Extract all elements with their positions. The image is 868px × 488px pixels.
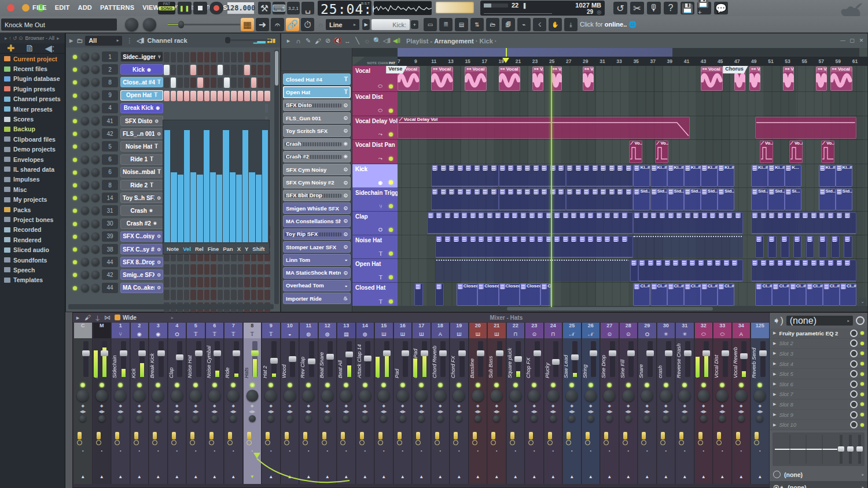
pattern-clip-small[interactable] <box>819 236 827 258</box>
step-button[interactable] <box>171 264 176 275</box>
velocity-bar[interactable] <box>164 130 170 242</box>
strip-stereo-arrows[interactable]: ◆ <box>638 404 656 408</box>
fx-input-selector[interactable]: (none)▸ <box>786 316 853 326</box>
strip-stereo-knob[interactable] <box>211 415 218 422</box>
strip-enable-led[interactable] <box>757 383 762 387</box>
play-target-icon[interactable]: ▶ <box>362 19 370 30</box>
graph-tab-note[interactable]: Note <box>167 246 179 252</box>
automation-clip-small[interactable]: ⟋ Vo..n <box>655 141 668 163</box>
step-button[interactable] <box>258 91 263 101</box>
pl-slice-icon[interactable]: ╲ <box>352 37 362 45</box>
slot-mix-knob[interactable] <box>850 370 858 378</box>
step-button[interactable] <box>197 264 203 275</box>
strip-fader[interactable] <box>478 341 483 377</box>
graph-tab-x[interactable]: X <box>237 246 241 252</box>
strip-sep-slider[interactable]: ◀▶ <box>638 409 656 414</box>
pattern-block[interactable] <box>431 165 498 187</box>
velocity-bar[interactable] <box>242 130 248 242</box>
track-lane-clap[interactable] <box>398 212 867 235</box>
channel-volume-knob[interactable] <box>91 130 100 138</box>
timeline-tick[interactable]: 23 <box>532 58 538 64</box>
channel-volume-knob[interactable] <box>91 65 100 73</box>
strip-sep-slider[interactable]: ◀▶ <box>695 409 713 414</box>
step-button[interactable] <box>184 65 190 75</box>
strip-route-arrow[interactable]: ▲ <box>620 474 638 479</box>
strip-enable-led[interactable] <box>344 383 348 387</box>
browser-item-plugin-database[interactable]: Plugin database <box>0 74 65 84</box>
strip-sep-slider[interactable]: ◀▶ <box>657 409 675 414</box>
step-button[interactable] <box>258 264 263 275</box>
mixer-strip-ride[interactable]: 7𝕋Ride◆◀▶•▲ <box>225 323 243 484</box>
slot-enable-led[interactable] <box>860 362 864 365</box>
strip-sep-slider[interactable]: ◀▶ <box>281 409 299 414</box>
strip-fader-thumb[interactable] <box>214 350 221 356</box>
track-lane-open-hat[interactable] <box>398 259 867 283</box>
tempo-display[interactable]: 128.000 <box>227 2 254 14</box>
strip-enable-led[interactable] <box>551 383 556 387</box>
step-button[interactable] <box>231 264 237 275</box>
track-lane-vocal[interactable]: ⊶ Vocal⊶ Vocal⊶ Vocal⊶ Vocal⊶ V..l⊶ V..l… <box>398 66 867 92</box>
strip-fader[interactable] <box>535 341 540 377</box>
channel-mute-strip[interactable] <box>265 103 268 113</box>
channel-pan-knob[interactable] <box>81 181 89 189</box>
pattern-clip[interactable]: Sid..2 <box>684 188 701 210</box>
strip-route-arrow[interactable]: ▲ <box>112 474 130 479</box>
strip-stereo-arrows[interactable]: ◆ <box>525 404 543 408</box>
strip-sep-slider[interactable]: ◀▶ <box>713 409 731 414</box>
strip-stereo-knob[interactable] <box>286 415 293 422</box>
strip-stereo-arrows[interactable]: ◆ <box>601 404 619 408</box>
strip-rec-switch[interactable] <box>717 432 721 439</box>
strip-sep-slider[interactable]: ◀▶ <box>450 409 468 414</box>
step-button[interactable] <box>177 290 183 300</box>
strip-route-arrow[interactable]: ▲ <box>713 474 731 479</box>
step-button[interactable] <box>251 264 257 275</box>
strip-pan-knob[interactable] <box>303 390 315 402</box>
slide-icon[interactable]: 𝄐 <box>271 18 284 31</box>
strip-sep-slider[interactable]: ◀▶ <box>582 409 600 414</box>
channel-number[interactable]: 4 <box>102 103 118 113</box>
mixer-strip-noise-cymbal[interactable]: 6𝕋Noise Cymbal◆◀▶•▲ <box>206 323 225 484</box>
step-button[interactable] <box>190 264 196 275</box>
pattern-clip-small[interactable] <box>630 260 639 282</box>
pattern-clip[interactable]: Ki..#2 <box>819 165 836 187</box>
step-button[interactable] <box>197 65 203 75</box>
strip-route-arrow[interactable]: ▲ <box>74 474 92 479</box>
strip-stereo-knob[interactable] <box>418 415 425 422</box>
graph-tab-pan[interactable]: Pan <box>223 246 233 252</box>
wait-input-icon[interactable]: ␣ <box>301 2 314 14</box>
velocity-bar[interactable] <box>197 175 203 242</box>
strip-rec-switch[interactable] <box>153 432 157 439</box>
strip-fader[interactable] <box>553 341 558 377</box>
strip-fader[interactable] <box>723 341 728 377</box>
strip-fader[interactable] <box>83 341 89 377</box>
track-lane-noise-hat[interactable] <box>398 235 867 259</box>
strip-route-arrow[interactable]: ▲ <box>131 474 149 479</box>
strip-sep-slider[interactable]: ◀▶ <box>525 409 543 414</box>
channel-volume-knob[interactable] <box>91 78 100 86</box>
strip-fader-thumb[interactable] <box>421 350 428 356</box>
pattern-clip[interactable]: Cl..#3 <box>840 283 856 306</box>
strip-fader-thumb[interactable] <box>665 350 672 356</box>
menu-add[interactable]: ADD <box>78 4 92 11</box>
pattern-clip[interactable]: Ki..#2 <box>768 165 785 187</box>
strip-fader[interactable] <box>252 341 258 377</box>
slot-mix-knob[interactable] <box>850 350 858 357</box>
master-slider-track[interactable] <box>168 24 240 25</box>
stop-button[interactable] <box>193 2 207 14</box>
channel-button[interactable]: Break Kick◉ <box>120 103 163 113</box>
strip-stereo-knob[interactable] <box>531 415 538 422</box>
pattern-clip-small[interactable] <box>768 236 777 258</box>
pattern-clip[interactable]: C... <box>540 283 550 306</box>
strip-fader-thumb[interactable] <box>157 350 165 356</box>
strip-fader-thumb[interactable] <box>684 350 692 356</box>
browser-item-packs[interactable]: Packs <box>0 205 65 215</box>
step-button[interactable] <box>164 77 170 88</box>
channel-rack-icon[interactable]: 𝄜 <box>439 18 453 31</box>
strip-pan-knob[interactable] <box>77 390 89 402</box>
pl-mute-icon[interactable]: 🔇 <box>333 37 343 45</box>
browser-item-impulses[interactable]: Impulses <box>0 175 65 184</box>
strip-fader-thumb[interactable] <box>233 350 240 356</box>
strip-stereo-knob[interactable] <box>606 415 613 422</box>
fx-slot-10[interactable]: ▶Slot 10 <box>770 420 867 430</box>
pattern-clip[interactable]: Closed Hat <box>477 283 498 306</box>
